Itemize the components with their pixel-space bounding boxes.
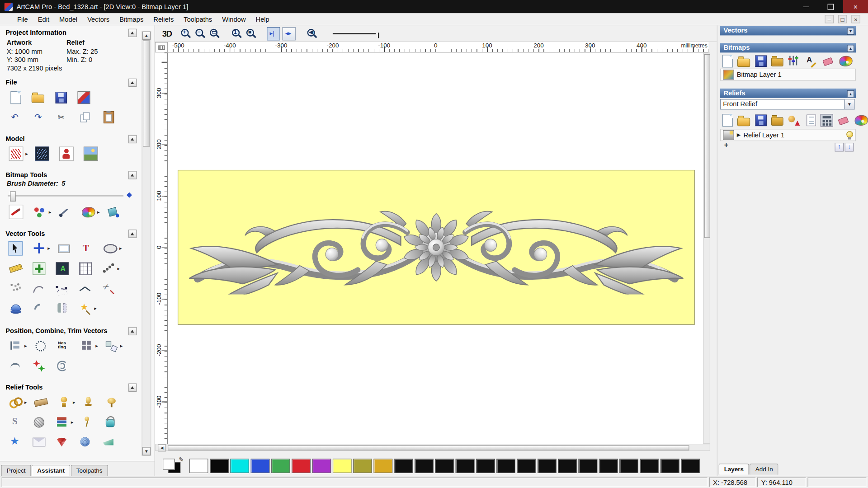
mirror-tool-icon[interactable] (55, 301, 68, 314)
scroll-up-arrow[interactable]: ▲ (142, 32, 151, 40)
green-cross-icon[interactable] (33, 262, 45, 275)
scrollbar-thumb[interactable] (143, 40, 150, 146)
adjust-levels-icon[interactable] (787, 54, 800, 67)
eraser-icon[interactable] (821, 54, 835, 67)
flyout-arrow-icon[interactable]: ▸ (95, 343, 98, 348)
flyout-arrow-icon[interactable]: ▸ (49, 209, 52, 215)
collapse-section-button[interactable] (128, 230, 137, 238)
scroll-left-arrow[interactable]: ◀ (158, 444, 166, 451)
palette-icon[interactable] (839, 56, 852, 66)
cut-icon[interactable] (55, 111, 68, 124)
flyout-arrow-icon[interactable]: ▸ (120, 343, 123, 348)
palette-swatch[interactable] (619, 458, 638, 473)
menu-window[interactable]: Window (217, 14, 250, 24)
mdi-close-button[interactable]: × (851, 15, 860, 23)
collapse-section-button[interactable] (128, 29, 137, 37)
paste-along-icon[interactable] (102, 262, 115, 275)
envelope-icon[interactable] (33, 438, 45, 447)
collapse-section-button[interactable] (128, 327, 137, 335)
flyout-arrow-icon[interactable]: ▸ (47, 246, 50, 251)
relief-layer-row[interactable]: ▶ Relief Layer 1 (720, 129, 856, 141)
combo-dropdown-icon[interactable]: ▼ (844, 99, 854, 109)
flyout-arrow-icon[interactable]: ▸ (73, 399, 75, 405)
palette-swatch[interactable] (558, 458, 577, 473)
transform-icon[interactable] (32, 242, 45, 255)
ellipse-icon[interactable] (103, 244, 117, 253)
flyout-arrow-icon[interactable]: ▸ (25, 151, 28, 156)
zoom-page-icon[interactable]: 1 (230, 27, 243, 40)
flyout-arrow-icon[interactable]: ▸ (119, 246, 122, 251)
tab-project[interactable]: Project (1, 465, 31, 476)
palette-swatch[interactable] (251, 458, 270, 473)
line-width-preview[interactable] (333, 31, 379, 36)
menu-help[interactable]: Help (251, 14, 274, 24)
pan-toggle-icon[interactable]: ◂▸ (283, 27, 296, 40)
block-copy-icon[interactable] (80, 339, 93, 352)
collapse-section-button[interactable] (128, 79, 137, 87)
flyout-arrow-icon[interactable]: ▸ (24, 343, 27, 348)
zoom-box-icon[interactable]: ▭ (208, 27, 221, 40)
scrollbar-thumb[interactable] (168, 446, 689, 450)
redo-icon[interactable] (32, 111, 45, 124)
palette-swatch[interactable] (681, 458, 700, 473)
snap-toggle-icon[interactable]: ▸| (267, 27, 280, 40)
zoom-objects-icon[interactable]: ■ (244, 27, 257, 40)
text-edit-icon[interactable] (804, 54, 817, 67)
relief-select-combobox[interactable]: Front Relief ▼ (720, 99, 855, 109)
palette-swatch[interactable] (476, 458, 495, 473)
save-icon[interactable] (755, 55, 767, 67)
model-ref-icon[interactable] (9, 146, 24, 161)
sphere-texture-icon[interactable] (79, 436, 92, 449)
menu-model[interactable]: Model (54, 14, 82, 24)
paint-brush-icon[interactable] (9, 205, 24, 219)
page-relief-icon[interactable] (807, 114, 816, 126)
weld-vectors-icon[interactable] (32, 359, 45, 372)
polyline-tool-icon[interactable] (79, 282, 92, 295)
chevron-down-icon[interactable]: ▼ (847, 28, 854, 35)
palette-swatch[interactable] (538, 458, 557, 473)
palette-swatch[interactable] (189, 458, 208, 473)
nesting-icon[interactable] (57, 339, 70, 352)
eraser-icon[interactable] (837, 113, 850, 127)
weave-ball-icon[interactable] (32, 416, 45, 429)
star-wand-icon[interactable] (79, 301, 92, 314)
palette-swatch[interactable] (517, 458, 536, 473)
add-layer-button[interactable]: + (724, 141, 728, 149)
draw-colour-icon[interactable] (33, 205, 46, 218)
primary-colour-swatch[interactable] (163, 458, 175, 469)
model-dark-icon[interactable] (35, 146, 49, 161)
palette-swatch[interactable] (230, 458, 249, 473)
zoom-in-icon[interactable]: + (179, 27, 192, 40)
flyout-arrow-icon[interactable]: ▸ (118, 266, 120, 271)
teal-wedge-icon[interactable] (102, 436, 115, 449)
chevron-up-icon[interactable]: ▲ (847, 90, 854, 98)
expand-arrow-icon[interactable]: ▶ (737, 132, 741, 138)
palette-swatch[interactable] (333, 458, 352, 473)
horizontal-scrollbar[interactable]: ◀ (155, 444, 710, 451)
gold-urn-icon[interactable] (82, 396, 95, 409)
book-stack-icon[interactable] (55, 416, 68, 429)
minimize-button[interactable] (793, 0, 818, 13)
palette-swatch[interactable] (579, 458, 598, 473)
zoom-out-icon[interactable]: − (193, 27, 207, 40)
flyout-arrow-icon[interactable]: ▸ (94, 305, 97, 311)
star-blue-icon[interactable] (9, 436, 22, 449)
palette-swatch[interactable] (374, 458, 393, 473)
new-document-icon[interactable] (722, 114, 733, 127)
new-document-icon[interactable] (722, 55, 733, 67)
save-icon[interactable] (755, 114, 767, 126)
folder-gold-icon[interactable] (771, 117, 783, 126)
tab-assistant[interactable]: Assistant (32, 465, 70, 476)
s-profile-icon[interactable] (9, 416, 22, 429)
open-file-icon[interactable] (737, 118, 750, 126)
palette-swatch[interactable] (394, 458, 413, 473)
tab-add-in[interactable]: Add In (750, 464, 778, 474)
undo-icon[interactable] (9, 111, 22, 124)
calculator-icon[interactable] (821, 114, 833, 127)
palette-icon[interactable] (82, 206, 95, 217)
scatter-points-icon[interactable] (9, 282, 22, 295)
abc-table-icon[interactable] (56, 262, 69, 275)
gold-spin-icon[interactable] (105, 396, 118, 409)
palette-swatch[interactable] (599, 458, 618, 473)
select-arrow-icon[interactable] (9, 242, 22, 255)
